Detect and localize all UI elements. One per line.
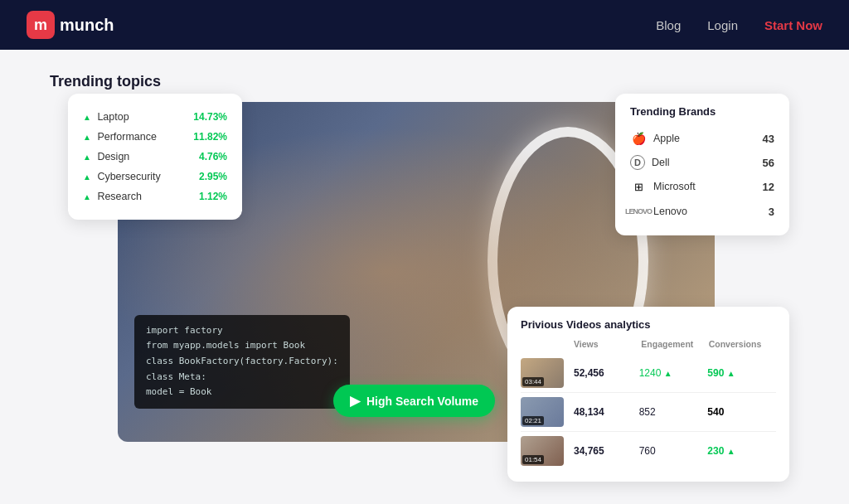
section-title: Trending topics <box>50 73 799 90</box>
video-analytics-card: Privious Videos analytics Views Engageme… <box>507 307 789 482</box>
high-search-volume-badge: ▶ High Search Volume <box>333 385 495 417</box>
apple-icon: 🍎 <box>630 130 647 147</box>
code-overlay: import factory from myapp.models import … <box>134 315 350 409</box>
nav-links: Blog Login Start Now <box>656 18 822 32</box>
topic-research: ▲ Research 1.12% <box>83 187 227 206</box>
analytics-header: Views Engagement Conversions <box>521 339 776 349</box>
dell-icon: D <box>630 155 645 170</box>
analytics-row-2: 48,134 852 540 <box>521 393 776 432</box>
badge-icon: ▶ <box>350 393 360 409</box>
brand-microsoft: ⊞ Microsoft 12 <box>630 174 774 199</box>
trending-brands-card: Trending Brands 🍎 Apple 43 D Dell 56 ⊞ M… <box>615 94 789 235</box>
brand-dell: D Dell 56 <box>630 151 774 174</box>
thumbnail-3 <box>521 436 564 466</box>
brand-apple: 🍎 Apple 43 <box>630 126 774 151</box>
thumbnail-1 <box>521 358 564 388</box>
main-content: Trending topics import factory from myap… <box>0 50 849 475</box>
topic-laptop: ▲ Laptop 14.73% <box>83 107 227 127</box>
topic-performance: ▲ Performance 11.82% <box>83 127 227 147</box>
topic-cybersecurity: ▲ Cybersecurity 2.95% <box>83 167 227 187</box>
lenovo-icon: LENOVO <box>630 203 647 220</box>
login-link[interactable]: Login <box>707 18 738 32</box>
video-area: import factory from myapp.models import … <box>68 102 781 458</box>
thumbnail-2 <box>521 397 564 427</box>
navbar: m munch Blog Login Start Now <box>0 0 849 50</box>
logo-container: m munch <box>27 11 114 39</box>
brand-lenovo: LENOVO Lenovo 3 <box>630 199 774 224</box>
start-now-button[interactable]: Start Now <box>764 18 822 32</box>
blog-link[interactable]: Blog <box>656 18 681 32</box>
logo-name: munch <box>60 16 114 35</box>
microsoft-icon: ⊞ <box>630 178 647 195</box>
badge-label: High Search Volume <box>366 395 478 408</box>
analytics-card-title: Privious Videos analytics <box>521 318 776 331</box>
brands-card-title: Trending Brands <box>630 105 774 118</box>
trending-topics-card: ▲ Laptop 14.73% ▲ Performance 11.82% ▲ D… <box>68 94 242 220</box>
topic-design: ▲ Design 4.76% <box>83 147 227 167</box>
logo-icon: m <box>27 11 55 39</box>
analytics-row-3: 34,765 760 230 ▲ <box>521 432 776 470</box>
analytics-row-1: 52,456 1240 ▲ 590 ▲ <box>521 354 776 393</box>
